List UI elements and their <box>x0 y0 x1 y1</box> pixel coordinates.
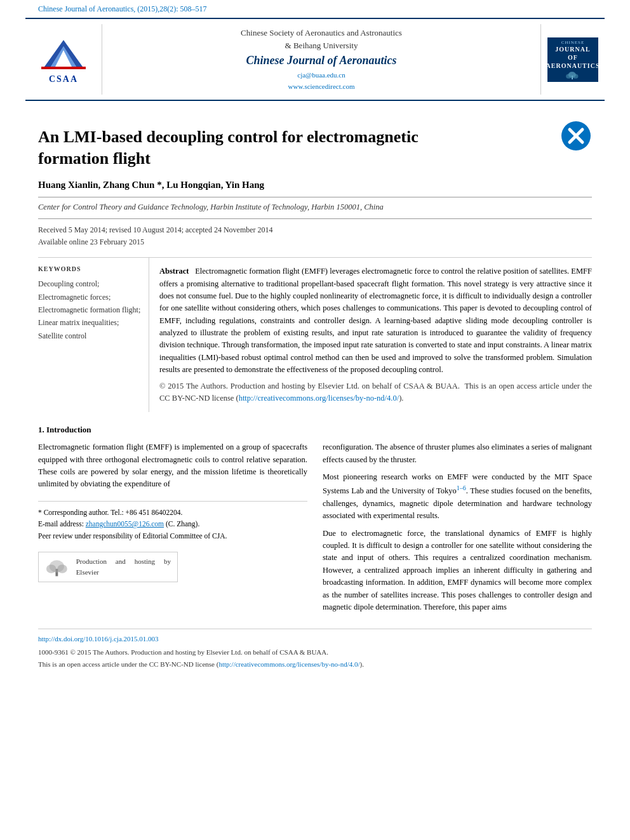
keyword-4: Linear matrix inequalities; <box>38 316 141 329</box>
article-title: An LMI-based decoupling control for elec… <box>38 126 470 170</box>
footnote-email: E-mail address: zhangchun0055@126.com (C… <box>38 518 307 530</box>
intro-heading: 1. Introduction <box>38 425 592 435</box>
cc-link[interactable]: http://creativecommons.org/licenses/by-n… <box>239 394 399 403</box>
dates: Received 5 May 2014; revised 10 August 2… <box>38 224 592 248</box>
keywords-abstract-section: KEYWORDS Decoupling control; Electromagn… <box>38 257 592 412</box>
csaa-emblem-icon <box>41 35 86 73</box>
csaa-logo-left: CSAA <box>25 35 102 84</box>
journal-header-center: Chinese Society of Aeronautics and Astro… <box>102 24 541 95</box>
citation-link[interactable]: Chinese Journal of Aeronautics, (2015),2… <box>38 4 207 13</box>
title-row: An LMI-based decoupling control for elec… <box>38 114 592 180</box>
abstract-body: Electromagnetic formation flight (EMFF) … <box>159 267 592 374</box>
intro-col-left: Electromagnetic formation flight (EMFF) … <box>38 441 307 613</box>
intro-para3-right: Due to electromagnetic force, the transl… <box>323 528 592 614</box>
cc-notice: © 2015 The Authors. Production and hosti… <box>159 380 592 405</box>
abstract-label: Abstract <box>159 267 189 276</box>
journal-logo-right: CHINESE JOURNALOFAERONAUTICS <box>541 37 605 82</box>
svg-rect-2 <box>41 67 86 69</box>
footnote-corresponding: * Corresponding author. Tel.: +86 451 86… <box>38 507 307 518</box>
divider-authors <box>38 197 592 197</box>
abstract-text: Abstract Electromagnetic formation fligh… <box>159 265 592 376</box>
superscript-refs: 1–6 <box>457 484 466 491</box>
keywords-title: KEYWORDS <box>38 265 141 272</box>
keyword-5: Satellite control <box>38 330 141 342</box>
footnote-peer-review: Peer review under responsibility of Edit… <box>38 530 307 542</box>
elsevier-bottom-icon <box>45 557 70 577</box>
journal-header: CSAA Chinese Society of Aeronautics and … <box>25 18 605 101</box>
svg-point-12 <box>46 564 56 573</box>
elsevier-bottom-text: Production and hosting by Elsevier <box>76 556 171 578</box>
keyword-3: Electromagnetic formation flight; <box>38 303 141 316</box>
keywords-col: KEYWORDS Decoupling control; Electromagn… <box>38 258 149 412</box>
main-content: An LMI-based decoupling control for elec… <box>0 101 630 683</box>
keyword-2: Electromagnetic forces; <box>38 291 141 303</box>
svg-point-13 <box>57 564 67 573</box>
keyword-1: Decoupling control; <box>38 277 141 290</box>
svg-marker-0 <box>44 40 83 67</box>
footer-doi: http://dx.doi.org/10.1016/j.cja.2015.01.… <box>38 633 592 645</box>
intro-para2-right: Most pioneering research works on EMFF w… <box>323 471 592 523</box>
intro-para1-right: reconfiguration. The absence of thruster… <box>323 441 592 466</box>
keywords-list: Decoupling control; Electromagnetic forc… <box>38 277 141 342</box>
doi-link[interactable]: http://dx.doi.org/10.1016/j.cja.2015.01.… <box>38 635 159 643</box>
divider-affiliation <box>38 218 592 219</box>
citation-bar: Chinese Journal of Aeronautics, (2015),2… <box>0 0 630 18</box>
svg-point-5 <box>566 74 571 78</box>
affiliation: Center for Control Theory and Guidance T… <box>38 203 592 212</box>
footnotes: * Corresponding author. Tel.: +86 451 86… <box>38 501 307 542</box>
org-name: Chinese Society of Aeronautics and Astro… <box>109 27 534 51</box>
csaa-text: CSAA <box>49 74 78 84</box>
intro-section: 1. Introduction Electromagnetic formatio… <box>38 425 592 613</box>
authors: Huang Xianlin, Zhang Chun *, Lu Hongqian… <box>38 180 592 190</box>
crossmark-badge <box>560 120 592 152</box>
intro-para1-left: Electromagnetic formation flight (EMFF) … <box>38 441 307 491</box>
footer-oa: This is an open access article under the… <box>38 658 592 670</box>
page-footer: http://dx.doi.org/10.1016/j.cja.2015.01.… <box>38 629 592 670</box>
elsevier-bottom-box: Production and hosting by Elsevier <box>38 552 178 582</box>
footnote-email-link[interactable]: zhangchun0055@126.com <box>86 520 164 528</box>
footer-oa-link[interactable]: http://creativecommons.org/licenses/by-n… <box>218 660 359 668</box>
journal-name-header: Chinese Journal of Aeronautics <box>109 54 534 67</box>
body-two-col: Electromagnetic formation flight (EMFF) … <box>38 441 592 613</box>
abstract-col: Abstract Electromagnetic formation fligh… <box>149 258 592 412</box>
journal-links: cja@buaa.edu.cn www.sciencedirect.com <box>109 70 534 92</box>
intro-col-right: reconfiguration. The absence of thruster… <box>323 441 592 613</box>
footer-issn: 1000-9361 © 2015 The Authors. Production… <box>38 646 592 658</box>
svg-point-6 <box>573 74 578 78</box>
elsevier-tree-icon <box>557 72 589 79</box>
